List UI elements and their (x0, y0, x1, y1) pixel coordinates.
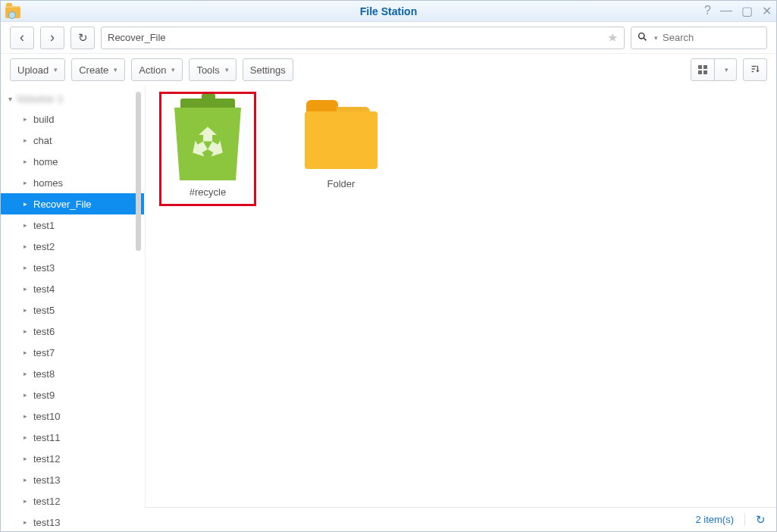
caret-right-icon: ▸ (23, 306, 27, 314)
settings-label: Settings (250, 64, 286, 76)
sidebar-item-test6[interactable]: ▸test6 (1, 321, 144, 342)
sort-button[interactable] (743, 58, 767, 81)
sidebar-item-label: test6 (33, 326, 55, 337)
caret-right-icon: ▸ (23, 264, 27, 271)
search-options-caret-icon[interactable]: ▾ (654, 34, 658, 42)
sidebar-item-label: test13 (33, 517, 60, 528)
caret-right-icon: ▸ (23, 476, 27, 483)
sidebar-item-test3[interactable]: ▸test3 (1, 257, 144, 278)
sidebar-item-label: test3 (33, 262, 55, 274)
app-icon (5, 5, 20, 18)
titlebar: File Station ? — ▢ ✕ (1, 1, 776, 22)
caret-right-icon: ▸ (23, 455, 27, 462)
caret-right-icon: ▸ (23, 349, 27, 356)
action-label: Action (139, 64, 166, 76)
minimize-icon[interactable]: — (720, 4, 732, 18)
caret-right-icon: ▸ (23, 243, 27, 250)
caret-right-icon: ▸ (23, 518, 27, 526)
upload-label: Upload (17, 64, 49, 76)
sidebar-item-build[interactable]: ▸build (1, 108, 144, 130)
sidebar-item-label: test2 (33, 241, 55, 252)
upload-button[interactable]: Upload ▾ (10, 58, 65, 81)
file-grid: #recycleFolder (145, 86, 776, 507)
sidebar-item-label: test10 (33, 411, 60, 422)
caret-right-icon: ▸ (23, 433, 27, 441)
nav-toolbar: ‹ › ↻ Recover_File ★ ▾ (1, 22, 776, 54)
sidebar-root[interactable]: ▾ Volume 1 (1, 89, 144, 108)
sidebar-item-test11[interactable]: ▸test11 (1, 427, 144, 448)
caret-right-icon: ▸ (23, 370, 27, 377)
status-bar: 2 item(s) ↻ (145, 507, 776, 531)
caret-right-icon: ▸ (23, 391, 27, 399)
sidebar-item-test12[interactable]: ▸test12 (1, 448, 144, 469)
sidebar-item-test7[interactable]: ▸test7 (1, 342, 144, 363)
item-count: 2 item(s) (695, 514, 734, 525)
sidebar-item-test8[interactable]: ▸test8 (1, 363, 144, 384)
grid-icon (698, 65, 707, 74)
sidebar-item-label: test4 (33, 283, 55, 295)
sidebar-item-label: build (33, 114, 54, 125)
sidebar-item-recover_file[interactable]: ▸Recover_File (1, 193, 144, 214)
svg-line-1 (644, 38, 646, 40)
create-label: Create (79, 64, 108, 76)
file-label: #recycle (166, 186, 249, 198)
favorite-star-icon[interactable]: ★ (607, 30, 618, 45)
action-toolbar: Upload ▾ Create ▾ Action ▾ Tools ▾ Setti… (1, 54, 776, 86)
sidebar-item-label: test12 (33, 453, 60, 465)
sidebar-item-test10[interactable]: ▸test10 (1, 405, 144, 427)
forward-button[interactable]: › (40, 27, 64, 49)
caret-down-icon: ▾ (725, 66, 728, 74)
divider (744, 514, 745, 526)
sidebar-item-test9[interactable]: ▸test9 (1, 384, 144, 405)
search-icon (638, 32, 647, 44)
caret-down-icon: ▾ (54, 66, 58, 74)
sidebar-item-label: test1 (33, 220, 55, 231)
caret-right-icon: ▸ (23, 115, 27, 123)
caret-right-icon: ▸ (23, 136, 27, 144)
close-icon[interactable]: ✕ (762, 4, 772, 18)
sidebar-item-home[interactable]: ▸home (1, 151, 144, 172)
search-input[interactable] (663, 32, 760, 43)
reload-icon: ↻ (78, 31, 88, 45)
file-label: Folder (293, 178, 390, 189)
maximize-icon[interactable]: ▢ (741, 4, 753, 18)
sidebar-item-test2[interactable]: ▸test2 (1, 236, 144, 257)
caret-right-icon: ▸ (23, 497, 27, 505)
content: #recycleFolder 2 item(s) ↻ (145, 86, 776, 531)
sidebar-item-test12[interactable]: ▸test12 (1, 490, 144, 512)
sidebar-item-label: chat (33, 135, 52, 146)
svg-point-0 (639, 33, 644, 38)
back-button[interactable]: ‹ (10, 27, 34, 49)
caret-right-icon: ▸ (23, 412, 27, 420)
sidebar-item-chat[interactable]: ▸chat (1, 130, 144, 151)
sidebar-item-label: test8 (33, 368, 55, 380)
action-button[interactable]: Action ▾ (131, 58, 183, 81)
sidebar-root-label: Volume 1 (17, 93, 64, 105)
grid-view-button[interactable] (691, 58, 715, 81)
sidebar-item-test13[interactable]: ▸test13 (1, 512, 144, 531)
sidebar-item-test5[interactable]: ▸test5 (1, 299, 144, 321)
refresh-icon[interactable]: ↻ (756, 513, 766, 527)
sidebar-item-test1[interactable]: ▸test1 (1, 214, 144, 236)
path-text: Recover_File (108, 32, 166, 43)
sidebar-item-test4[interactable]: ▸test4 (1, 278, 144, 299)
caret-down-icon: ▾ (114, 66, 117, 74)
help-icon[interactable]: ? (704, 4, 711, 18)
tools-button[interactable]: Tools ▾ (189, 58, 236, 81)
path-input[interactable]: Recover_File ★ (101, 27, 625, 49)
file-item-folder[interactable]: Folder (293, 96, 390, 189)
sidebar-item-homes[interactable]: ▸homes (1, 172, 144, 193)
caret-right-icon: ▸ (23, 327, 27, 335)
sidebar: ▾ Volume 1 ▸build▸chat▸home▸homes▸Recove… (1, 86, 145, 531)
scrollbar-thumb[interactable] (136, 92, 141, 251)
sidebar-item-test13[interactable]: ▸test13 (1, 469, 144, 490)
file-station-window: File Station ? — ▢ ✕ ‹ › ↻ Recover_File … (0, 0, 777, 532)
settings-button[interactable]: Settings (243, 58, 293, 81)
search-box[interactable]: ▾ (631, 27, 767, 49)
file-item-recycle[interactable]: #recycle (159, 96, 256, 206)
reload-button[interactable]: ↻ (70, 27, 95, 49)
caret-right-icon: ▸ (23, 179, 27, 186)
view-mode-dropdown[interactable]: ▾ (714, 58, 737, 81)
create-button[interactable]: Create ▾ (71, 58, 125, 81)
chevron-right-icon: › (50, 30, 55, 45)
